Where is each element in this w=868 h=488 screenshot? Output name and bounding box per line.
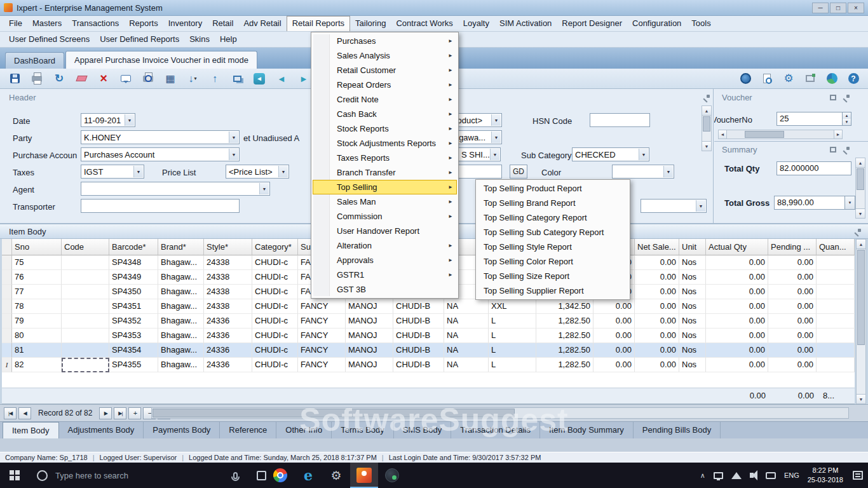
menubar-item-transactions[interactable]: Transactions bbox=[67, 16, 124, 31]
color-combo[interactable]: ▼ bbox=[612, 165, 674, 179]
menubar-item-file[interactable]: File bbox=[4, 16, 27, 31]
cortana-icon[interactable] bbox=[37, 470, 48, 481]
menubar-item-loyalty[interactable]: Loyalty bbox=[458, 16, 494, 31]
language-indicator[interactable]: ENG bbox=[784, 471, 799, 479]
settings-taskbar-icon[interactable]: ⚙ bbox=[322, 463, 350, 488]
menu-item-repeat-orders[interactable]: Repeat Orders► bbox=[313, 78, 457, 92]
bottom-tab-item-body-summary[interactable]: Item Body Summary bbox=[540, 422, 634, 438]
pin-icon[interactable] bbox=[843, 146, 850, 154]
volume-icon[interactable] bbox=[750, 473, 754, 478]
app-taskbar-icon[interactable] bbox=[378, 463, 406, 488]
menubar-item-adv-retail[interactable]: Adv Retail bbox=[238, 16, 286, 31]
menu-item-gst-3b[interactable]: GST 3B bbox=[313, 282, 457, 297]
save-icon[interactable] bbox=[6, 71, 23, 86]
submenu-item-top-selling-size-report[interactable]: Top Selling Size Report bbox=[477, 269, 628, 283]
menubar-item-sim-activation[interactable]: SIM Activation bbox=[494, 16, 557, 31]
submenu-item-top-selling-product-report[interactable]: Top Selling Product Report bbox=[477, 181, 628, 196]
table-row[interactable]: 79SP4352Bhagaw...24336CHUDI-cFANCYMANOJC… bbox=[2, 314, 855, 329]
bottom-tab-reference[interactable]: Reference bbox=[220, 422, 276, 438]
column-header-brand[interactable]: Brand* bbox=[158, 239, 204, 255]
pin-icon[interactable] bbox=[854, 228, 862, 236]
pin-icon[interactable] bbox=[843, 94, 850, 102]
menubar-item-configuration[interactable]: Configuration bbox=[627, 16, 686, 31]
clear-icon[interactable] bbox=[73, 71, 90, 86]
nav-next-icon[interactable]: ► bbox=[295, 71, 312, 86]
column-header-style[interactable]: Style* bbox=[204, 239, 252, 255]
hsn-code-input[interactable] bbox=[590, 113, 650, 127]
agent-combo[interactable]: ▼ bbox=[81, 182, 270, 196]
nav-back-icon[interactable]: ◄ bbox=[251, 71, 268, 86]
scrollbar-thumb[interactable] bbox=[153, 409, 515, 417]
maximize-button[interactable]: □ bbox=[830, 3, 846, 13]
total-gross-dropdown[interactable]: ▼ bbox=[845, 196, 855, 210]
restore-icon[interactable] bbox=[830, 95, 836, 100]
table-row[interactable]: 78SP4351Bhagaw...24338CHUDI-cFANCYMANOJC… bbox=[2, 299, 855, 314]
clock-icon[interactable] bbox=[737, 71, 754, 86]
menubar-item-tailoring[interactable]: Tailoring bbox=[350, 16, 391, 31]
taskbar-search-input[interactable]: Type here to search bbox=[55, 471, 157, 480]
menu-item-credit-note[interactable]: Credit Note► bbox=[313, 92, 457, 107]
menubar-item-retail-reports[interactable]: Retail Reports bbox=[287, 16, 350, 31]
voucher-scrollbar[interactable]: ◄ ► bbox=[718, 130, 843, 139]
document-tab-dashboard[interactable]: DashBoard bbox=[5, 52, 64, 69]
scroll-down-icon[interactable]: ▼ bbox=[702, 141, 711, 151]
menu-item-top-selling[interactable]: Top Selling► bbox=[313, 180, 457, 194]
apps-icon[interactable] bbox=[824, 71, 840, 86]
bottom-tab-transaction-details[interactable]: Transaction Details bbox=[451, 422, 540, 438]
submenu-item-top-selling-sub-category-report[interactable]: Top Selling Sub Category Report bbox=[477, 225, 628, 240]
last-record-button[interactable]: ▶| bbox=[114, 407, 126, 419]
grid-scrollbar[interactable]: ▲ ▼ bbox=[856, 239, 866, 404]
comment-icon[interactable] bbox=[118, 71, 134, 86]
submenu-item-top-selling-brand-report[interactable]: Top Selling Brand Report bbox=[477, 196, 628, 210]
scroll-down-icon[interactable]: ▼ bbox=[856, 208, 865, 218]
price-list-combo[interactable]: <Price List>▼ bbox=[226, 165, 289, 179]
menubar-item-help[interactable]: Help bbox=[215, 32, 242, 47]
date-combo[interactable]: 11-09-201▼ bbox=[81, 113, 135, 127]
download-icon[interactable]: ↓▾ bbox=[184, 71, 201, 86]
header-scrollbar[interactable]: ▲ ▼ bbox=[702, 105, 712, 151]
table-icon[interactable]: ▦ bbox=[162, 71, 179, 86]
bottom-tab-payments-body[interactable]: Payments Body bbox=[144, 422, 220, 438]
menubar-item-reports[interactable]: Reports bbox=[124, 16, 163, 31]
menu-item-retail-customer[interactable]: Retail Customer► bbox=[313, 63, 457, 78]
close-button[interactable]: × bbox=[848, 3, 864, 13]
minimize-button[interactable]: ─ bbox=[812, 3, 829, 13]
bottom-tab-pending-bills-body[interactable]: Pending Bills Body bbox=[634, 422, 721, 438]
menu-item-taxes-reports[interactable]: Taxes Reports► bbox=[313, 151, 457, 165]
scrollbar-thumb[interactable] bbox=[703, 116, 710, 132]
submenu-item-top-selling-style-report[interactable]: Top Selling Style Report bbox=[477, 240, 628, 254]
menu-item-purchases[interactable]: Purchases► bbox=[313, 34, 457, 48]
table-row[interactable]: 80SP4353Bhagaw...24336CHUDI-cFANCYMANOJC… bbox=[2, 329, 855, 343]
menubar-item-inventory[interactable]: Inventory bbox=[163, 16, 207, 31]
next-record-button[interactable]: ▶ bbox=[99, 407, 112, 419]
column-header-actual-qty[interactable]: Actual Qty bbox=[706, 239, 768, 255]
document-tab-apparel-purchase-invoice-voucher-in-edit-mode[interactable]: Apparel Purchase Invoice Voucher in edit… bbox=[65, 51, 257, 69]
menubar-item-skins[interactable]: Skins bbox=[184, 32, 215, 47]
voucher-no-spinner[interactable]: ▲▼ bbox=[843, 112, 851, 126]
taxes-combo[interactable]: IGST▼ bbox=[81, 165, 144, 179]
print-icon[interactable] bbox=[29, 71, 45, 86]
delete-icon[interactable]: × bbox=[95, 71, 112, 86]
menu-item-stock-adjustments-reports[interactable]: Stock Adjustments Reports► bbox=[313, 136, 457, 151]
menubar-item-user-defined-reports[interactable]: User Defined Reports bbox=[95, 32, 184, 47]
prev-record-button[interactable]: ◀ bbox=[18, 407, 31, 419]
touch-keyboard-icon[interactable] bbox=[766, 472, 776, 479]
help-icon[interactable]: ? bbox=[845, 71, 862, 86]
summary-scrollbar[interactable]: ▲ ▼ bbox=[855, 158, 865, 219]
bottom-tab-adjustments-body[interactable]: Adjustments Body bbox=[59, 422, 144, 438]
submenu-item-top-selling-supplier-report[interactable]: Top Selling Supplier Report bbox=[477, 283, 628, 298]
scroll-up-icon[interactable]: ▲ bbox=[856, 158, 865, 168]
menu-item-gstr1[interactable]: GSTR1► bbox=[313, 268, 457, 282]
network-icon[interactable] bbox=[714, 472, 723, 479]
scroll-left-icon[interactable]: ◄ bbox=[719, 130, 727, 139]
taskbar-clock[interactable]: 8:22 PM25-03-2018 bbox=[808, 466, 843, 485]
menubar-item-contract-works[interactable]: Contract Works bbox=[391, 16, 458, 31]
scrollbar-thumb[interactable] bbox=[745, 131, 784, 138]
bottom-tab-other-info[interactable]: Other Info bbox=[276, 422, 332, 438]
table-row[interactable]: 81SP4354Bhagaw...24336CHUDI-cFANCYMANOJC… bbox=[2, 343, 855, 358]
submenu-item-top-selling-color-report[interactable]: Top Selling Color Report bbox=[477, 254, 628, 269]
table-row[interactable]: I82SP4355Bhagaw...24336CHUDI-cFANCYMANOJ… bbox=[2, 358, 855, 372]
sub-category-combo[interactable]: CHECKED▼ bbox=[572, 147, 649, 161]
gd-button[interactable]: GD bbox=[510, 165, 527, 179]
menubar-item-user-defined-screens[interactable]: User Defined Screens bbox=[4, 32, 95, 47]
